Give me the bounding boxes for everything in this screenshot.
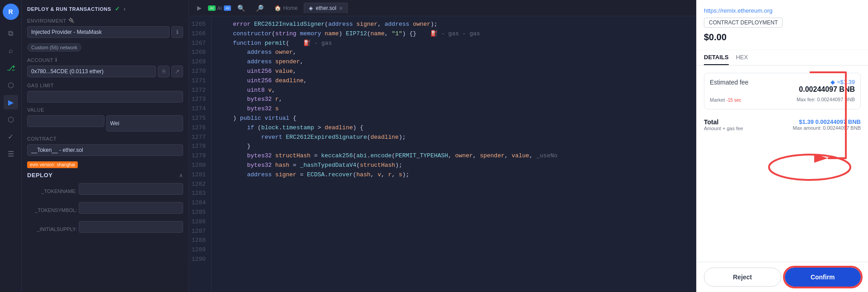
account-label: ACCOUNT ℹ — [27, 57, 183, 63]
market-time: -15 sec — [726, 98, 741, 103]
contract-label: CONTRACT — [27, 136, 183, 141]
check-icon: ✓ — [115, 5, 120, 12]
code-line-1288: bytes32 hash = _hashTypedDataV4(structHa… — [219, 161, 689, 170]
info-button[interactable]: ℹ — [171, 26, 183, 38]
line-numbers: 1265 1266 1267 1268 1269 1270 1271 1272 … — [189, 16, 212, 292]
value-unit-select[interactable]: Wei Gwei Finney Ether — [106, 115, 184, 132]
ai-label-1: AI — [217, 5, 222, 11]
deploy-icon[interactable]: ▶ — [4, 95, 18, 109]
search-btn[interactable]: 🔍 — [233, 3, 250, 14]
code-line-1286: bytes32 structHash = keccak256(abi.encod… — [219, 151, 689, 161]
run-button[interactable]: ▶ — [193, 3, 206, 13]
ai-badge-1: AI — [208, 5, 216, 11]
code-line-1274: address owner, — [219, 48, 689, 57]
git-icon[interactable]: ⎇ — [4, 61, 18, 75]
supply-row: _INITIALSUPPLY: — [27, 221, 183, 237]
token-symbol-input[interactable]: PIXEL — [79, 202, 183, 214]
network-badge: Custom (56) network — [27, 43, 81, 52]
value-label: VALUE — [27, 107, 183, 113]
mm-url: https://remix.ethereum.org — [704, 7, 861, 14]
code-line-1280: bytes32 s — [219, 104, 689, 114]
token-name-label: _TOKENNAME: — [27, 188, 77, 194]
ai-badge-2: AI — [224, 5, 231, 11]
sidebar-icon-strip: R ⧉ ⌕ ⎇ ⬡ ▶ ⬡ ✓ ☰ — [0, 0, 22, 292]
contract-row: __Token__ - ether.sol — [27, 144, 183, 156]
tab-hex[interactable]: HEX — [736, 50, 748, 65]
tab-details[interactable]: DETAILS — [704, 50, 729, 65]
max-fee: Max fee: 0.00244097 BNB — [797, 97, 855, 102]
code-line-1267: error ERC2612InvalidSigner(address signe… — [219, 20, 689, 29]
value-row: 0 Wei Gwei Finney Ether — [27, 115, 183, 132]
home-icon: 🏠 — [274, 5, 281, 11]
file-icon: ◈ — [309, 5, 313, 11]
metamask-modal: https://remix.ethereum.org CONTRACT DEPL… — [696, 0, 868, 292]
amount-gas-label: Amount + gas fee — [704, 126, 743, 131]
fee-bnb: 0.00244097 BNB — [799, 85, 855, 94]
app-logo: R — [3, 4, 19, 20]
token-symbol-label: _TOKENSYMBOL: — [27, 207, 77, 213]
environment-row: Injected Provider - MetaMask ℹ — [27, 26, 183, 38]
collapse-icon[interactable]: ∧ — [179, 172, 183, 179]
contract-deployment-badge: CONTRACT DEPLOYMENT — [704, 18, 783, 28]
copy-button[interactable]: ⎘ — [158, 66, 170, 77]
token-name-row: _TOKENNAME: Pixels — [27, 183, 183, 199]
mm-footer: Reject Confirm — [697, 262, 868, 292]
deploy-panel: DEPLOY & RUN TRANSACTIONS ✓ › ENVIRONMEN… — [22, 0, 189, 292]
code-line-1284: } — [219, 142, 689, 151]
mm-tabs: DETAILS HEX — [697, 50, 868, 66]
plugin-icon[interactable]: ⬡ — [4, 78, 18, 92]
deploy-label: DEPLOY — [27, 172, 52, 179]
code-container: 1265 1266 1267 1268 1269 1270 1271 1272 … — [189, 16, 696, 292]
account-select[interactable]: 0x780...54CDE (0.0113 ether) — [27, 66, 156, 77]
code-line-1282: if (block.timestamp > deadline) { — [219, 123, 689, 133]
environment-icon: 🔌 — [68, 18, 75, 24]
debug-icon[interactable]: ⬡ — [4, 112, 18, 127]
zoom-btn[interactable]: 🔎 — [251, 3, 268, 14]
settings-icon[interactable]: ☰ — [4, 146, 18, 161]
token-symbol-row: _TOKENSYMBOL: PIXEL — [27, 202, 183, 218]
deploy-section-header: DEPLOY ∧ — [27, 172, 183, 179]
value-input[interactable]: 0 — [27, 115, 104, 127]
supply-input[interactable] — [79, 221, 183, 233]
eth-icon: ◆ — [830, 79, 835, 85]
tab-home[interactable]: 🏠 Home — [270, 3, 302, 13]
environment-label: ENVIRONMENT 🔌 — [27, 18, 183, 24]
gas-limit-label: GAS LIMIT — [27, 83, 183, 88]
code-line-1279: bytes32 r, — [219, 95, 689, 104]
estimated-fee-label: Estimated fee — [710, 79, 749, 86]
supply-label: _INITIALSUPPLY: — [27, 226, 77, 232]
max-amount: Max amount: 0.00244097 BNB — [793, 125, 861, 131]
ether-sol-label: ether.sol — [316, 5, 336, 11]
search-icon[interactable]: ⌕ — [4, 43, 18, 58]
market-info: Market -15 sec — [710, 95, 741, 104]
code-line-1270: constructor(string memory name) EIP712(n… — [219, 29, 689, 39]
chevron-icon: › — [123, 5, 126, 12]
check-icon[interactable]: ✓ — [4, 129, 18, 144]
confirm-button[interactable]: Confirm — [785, 268, 861, 287]
reject-button[interactable]: Reject — [704, 268, 781, 287]
market-label: Market -15 sec — [710, 97, 741, 103]
fee-right: ◆ ≈$1.39 0.00244097 BNB — [799, 79, 855, 94]
panel-title-text: DEPLOY & RUN TRANSACTIONS — [27, 6, 111, 12]
home-tab-label: Home — [283, 5, 297, 11]
total-label: Total — [704, 118, 743, 126]
environment-select[interactable]: Injected Provider - MetaMask — [27, 26, 170, 38]
gas-limit-input[interactable]: 3000000 — [27, 91, 183, 103]
code-content[interactable]: error ERC2612InvalidSigner(address signe… — [212, 16, 696, 292]
tab-ether-sol[interactable]: ◈ ether.sol ✕ — [304, 3, 347, 13]
token-name-input[interactable]: Pixels — [79, 183, 183, 195]
files-icon[interactable]: ⧉ — [4, 26, 18, 41]
editor-area: ▶ AI AI AI 🔍 🔎 🏠 Home ◈ ether.sol ✕ 1265… — [189, 0, 696, 292]
code-line-1277: uint256 deadline, — [219, 76, 689, 86]
code-line-1283: revert ERC2612ExpiredSignature(deadline)… — [219, 133, 689, 142]
contract-select[interactable]: __Token__ - ether.sol — [27, 144, 183, 156]
mm-body: Estimated fee ◆ ≈$1.39 0.00244097 BNB Ma… — [697, 69, 868, 262]
total-usd: $1.39 0.00244097 BNB — [793, 118, 861, 125]
panel-title: DEPLOY & RUN TRANSACTIONS ✓ › — [27, 5, 183, 12]
close-tab-icon[interactable]: ✕ — [339, 6, 343, 11]
code-line-1276: uint256 value, — [219, 67, 689, 76]
code-line-1275: address spender, — [219, 57, 689, 67]
external-link-button[interactable]: ↗ — [171, 66, 183, 77]
mm-header: https://remix.ethereum.org CONTRACT DEPL… — [697, 0, 868, 50]
code-line-1273: function permit( ⛽ - gas — [219, 39, 689, 48]
